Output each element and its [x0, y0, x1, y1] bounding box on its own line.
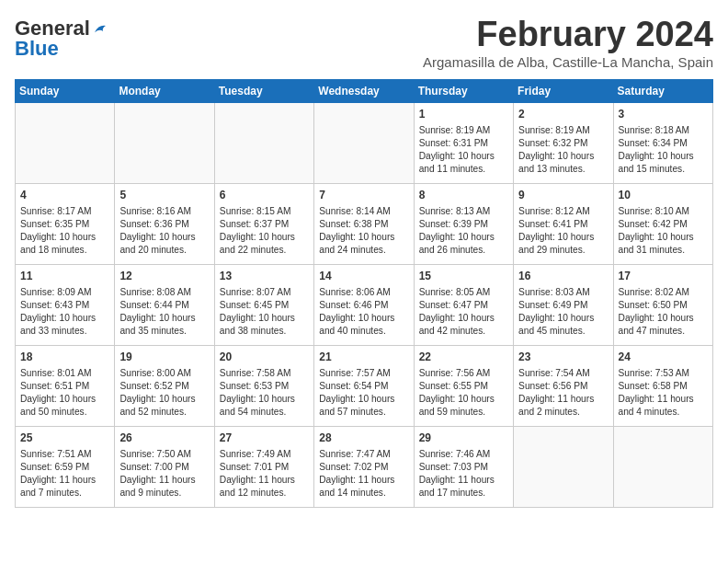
- calendar-day-cell: 11Sunrise: 8:09 AMSunset: 6:43 PMDayligh…: [16, 265, 115, 346]
- day-number: 20: [220, 350, 309, 365]
- calendar-day-cell: [16, 103, 115, 184]
- day-number: 5: [119, 188, 209, 203]
- calendar-day-cell: 8Sunrise: 8:13 AMSunset: 6:39 PMDaylight…: [414, 184, 513, 265]
- calendar-day-cell: 6Sunrise: 8:15 AMSunset: 6:37 PMDaylight…: [214, 184, 313, 265]
- day-info: Sunrise: 7:51 AMSunset: 6:59 PMDaylight:…: [20, 448, 109, 500]
- location-subtitle: Argamasilla de Alba, Castille-La Mancha,…: [423, 54, 713, 70]
- calendar-day-cell: 10Sunrise: 8:10 AMSunset: 6:42 PMDayligh…: [613, 184, 712, 265]
- calendar-day-cell: 23Sunrise: 7:54 AMSunset: 6:56 PMDayligh…: [514, 346, 613, 427]
- calendar-day-cell: 9Sunrise: 8:12 AMSunset: 6:41 PMDaylight…: [514, 184, 613, 265]
- day-number: 14: [319, 269, 408, 284]
- day-number: 26: [119, 431, 209, 446]
- day-number: 2: [518, 107, 608, 122]
- day-number: 1: [419, 107, 508, 122]
- calendar-day-cell: 7Sunrise: 8:14 AMSunset: 6:38 PMDaylight…: [314, 184, 414, 265]
- calendar-week-row: 4Sunrise: 8:17 AMSunset: 6:35 PMDaylight…: [16, 184, 713, 265]
- calendar-day-cell: [115, 103, 214, 184]
- day-number: 23: [518, 350, 608, 365]
- weekday-header: Saturday: [613, 80, 712, 103]
- day-info: Sunrise: 7:58 AMSunset: 6:53 PMDaylight:…: [220, 367, 309, 419]
- weekday-header: Wednesday: [314, 80, 414, 103]
- day-number: 4: [20, 188, 109, 203]
- calendar-day-cell: 1Sunrise: 8:19 AMSunset: 6:31 PMDaylight…: [414, 103, 513, 184]
- day-info: Sunrise: 7:53 AMSunset: 6:58 PMDaylight:…: [619, 367, 708, 419]
- day-info: Sunrise: 7:46 AMSunset: 7:03 PMDaylight:…: [419, 448, 508, 500]
- day-info: Sunrise: 8:02 AMSunset: 6:50 PMDaylight:…: [619, 286, 708, 338]
- day-number: 17: [619, 269, 708, 284]
- weekday-header: Sunday: [16, 80, 115, 103]
- day-info: Sunrise: 8:15 AMSunset: 6:37 PMDaylight:…: [220, 205, 309, 257]
- day-info: Sunrise: 8:19 AMSunset: 6:31 PMDaylight:…: [419, 124, 508, 176]
- day-number: 16: [518, 269, 608, 284]
- calendar-day-cell: 3Sunrise: 8:18 AMSunset: 6:34 PMDaylight…: [613, 103, 712, 184]
- day-info: Sunrise: 8:13 AMSunset: 6:39 PMDaylight:…: [419, 205, 508, 257]
- day-number: 7: [319, 188, 408, 203]
- calendar-day-cell: 17Sunrise: 8:02 AMSunset: 6:50 PMDayligh…: [613, 265, 712, 346]
- day-number: 6: [220, 188, 309, 203]
- day-info: Sunrise: 8:19 AMSunset: 6:32 PMDaylight:…: [518, 124, 608, 176]
- day-info: Sunrise: 7:56 AMSunset: 6:55 PMDaylight:…: [419, 367, 508, 419]
- calendar-day-cell: 19Sunrise: 8:00 AMSunset: 6:52 PMDayligh…: [115, 346, 214, 427]
- day-info: Sunrise: 8:14 AMSunset: 6:38 PMDaylight:…: [319, 205, 408, 257]
- calendar-day-cell: 16Sunrise: 8:03 AMSunset: 6:49 PMDayligh…: [514, 265, 613, 346]
- day-info: Sunrise: 8:12 AMSunset: 6:41 PMDaylight:…: [518, 205, 608, 257]
- day-info: Sunrise: 8:07 AMSunset: 6:45 PMDaylight:…: [220, 286, 309, 338]
- day-number: 3: [619, 107, 708, 122]
- calendar-week-row: 18Sunrise: 8:01 AMSunset: 6:51 PMDayligh…: [16, 346, 713, 427]
- day-number: 19: [119, 350, 209, 365]
- calendar-day-cell: [613, 427, 712, 508]
- weekday-header: Thursday: [414, 80, 513, 103]
- day-number: 29: [419, 431, 508, 446]
- calendar-table: SundayMondayTuesdayWednesdayThursdayFrid…: [15, 79, 713, 508]
- day-info: Sunrise: 8:08 AMSunset: 6:44 PMDaylight:…: [119, 286, 209, 338]
- day-info: Sunrise: 8:17 AMSunset: 6:35 PMDaylight:…: [20, 205, 109, 257]
- day-number: 11: [20, 269, 109, 284]
- day-info: Sunrise: 8:06 AMSunset: 6:46 PMDaylight:…: [319, 286, 408, 338]
- title-block: February 2024 Argamasilla de Alba, Casti…: [423, 15, 713, 75]
- day-info: Sunrise: 7:57 AMSunset: 6:54 PMDaylight:…: [319, 367, 408, 419]
- calendar-day-cell: 15Sunrise: 8:05 AMSunset: 6:47 PMDayligh…: [414, 265, 513, 346]
- day-number: 28: [319, 431, 408, 446]
- day-info: Sunrise: 8:10 AMSunset: 6:42 PMDaylight:…: [619, 205, 708, 257]
- calendar-day-cell: 12Sunrise: 8:08 AMSunset: 6:44 PMDayligh…: [115, 265, 214, 346]
- calendar-day-cell: [514, 427, 613, 508]
- logo-general-text: General: [15, 18, 90, 39]
- calendar-day-cell: 28Sunrise: 7:47 AMSunset: 7:02 PMDayligh…: [314, 427, 414, 508]
- page-header: General Blue February 2024 Argamasilla d…: [15, 15, 713, 75]
- day-number: 21: [319, 350, 408, 365]
- day-number: 27: [220, 431, 309, 446]
- day-number: 9: [518, 188, 608, 203]
- calendar-day-cell: 21Sunrise: 7:57 AMSunset: 6:54 PMDayligh…: [314, 346, 414, 427]
- calendar-day-cell: 27Sunrise: 7:49 AMSunset: 7:01 PMDayligh…: [214, 427, 313, 508]
- day-number: 25: [20, 431, 109, 446]
- calendar-day-cell: 4Sunrise: 8:17 AMSunset: 6:35 PMDaylight…: [16, 184, 115, 265]
- calendar-week-row: 25Sunrise: 7:51 AMSunset: 6:59 PMDayligh…: [16, 427, 713, 508]
- calendar-day-cell: 2Sunrise: 8:19 AMSunset: 6:32 PMDaylight…: [514, 103, 613, 184]
- day-number: 8: [419, 188, 508, 203]
- day-info: Sunrise: 8:01 AMSunset: 6:51 PMDaylight:…: [20, 367, 109, 419]
- logo-blue-text: Blue: [15, 39, 59, 59]
- weekday-header: Tuesday: [214, 80, 313, 103]
- day-info: Sunrise: 7:49 AMSunset: 7:01 PMDaylight:…: [220, 448, 309, 500]
- weekday-header: Monday: [115, 80, 214, 103]
- weekday-header: Friday: [514, 80, 613, 103]
- day-number: 12: [119, 269, 209, 284]
- day-info: Sunrise: 8:18 AMSunset: 6:34 PMDaylight:…: [619, 124, 708, 176]
- day-info: Sunrise: 8:16 AMSunset: 6:36 PMDaylight:…: [119, 205, 209, 257]
- calendar-day-cell: 5Sunrise: 8:16 AMSunset: 6:36 PMDaylight…: [115, 184, 214, 265]
- calendar-day-cell: 26Sunrise: 7:50 AMSunset: 7:00 PMDayligh…: [115, 427, 214, 508]
- calendar-week-row: 11Sunrise: 8:09 AMSunset: 6:43 PMDayligh…: [16, 265, 713, 346]
- calendar-day-cell: 29Sunrise: 7:46 AMSunset: 7:03 PMDayligh…: [414, 427, 513, 508]
- calendar-day-cell: 18Sunrise: 8:01 AMSunset: 6:51 PMDayligh…: [16, 346, 115, 427]
- logo-bird-icon: [92, 20, 108, 37]
- day-info: Sunrise: 8:05 AMSunset: 6:47 PMDaylight:…: [419, 286, 508, 338]
- calendar-day-cell: 25Sunrise: 7:51 AMSunset: 6:59 PMDayligh…: [16, 427, 115, 508]
- calendar-day-cell: [314, 103, 414, 184]
- calendar-day-cell: 24Sunrise: 7:53 AMSunset: 6:58 PMDayligh…: [613, 346, 712, 427]
- day-info: Sunrise: 7:54 AMSunset: 6:56 PMDaylight:…: [518, 367, 608, 419]
- day-info: Sunrise: 7:47 AMSunset: 7:02 PMDaylight:…: [319, 448, 408, 500]
- day-info: Sunrise: 8:03 AMSunset: 6:49 PMDaylight:…: [518, 286, 608, 338]
- calendar-header-row: SundayMondayTuesdayWednesdayThursdayFrid…: [16, 80, 713, 103]
- calendar-day-cell: 13Sunrise: 8:07 AMSunset: 6:45 PMDayligh…: [214, 265, 313, 346]
- day-info: Sunrise: 8:00 AMSunset: 6:52 PMDaylight:…: [119, 367, 209, 419]
